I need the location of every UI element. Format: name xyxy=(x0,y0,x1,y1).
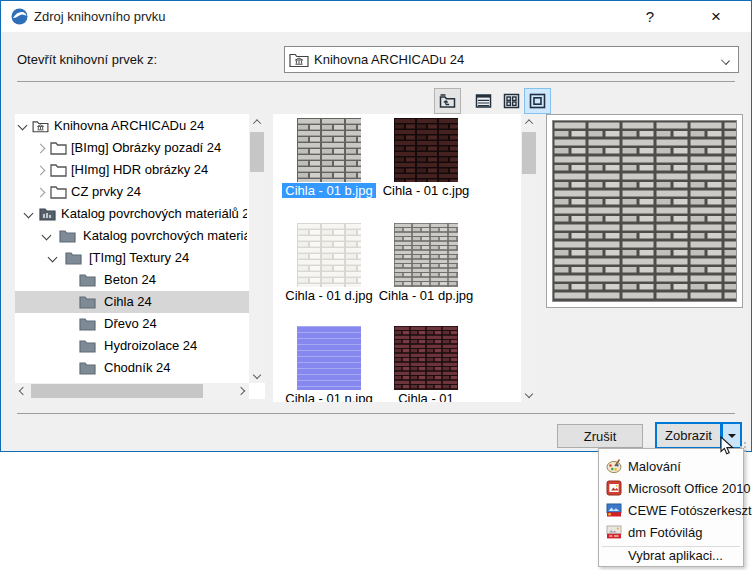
file-label[interactable]: Cihla - 01 c.jpg xyxy=(378,183,474,198)
separator xyxy=(17,413,735,414)
menu-item-label: Malování xyxy=(628,459,681,474)
folder-icon xyxy=(50,163,67,177)
list-vertical-scrollbar[interactable] xyxy=(521,114,537,402)
library-icon xyxy=(32,119,49,133)
scrollbar-thumb[interactable] xyxy=(31,384,203,398)
folder-icon xyxy=(79,295,96,309)
up-one-level-button[interactable] xyxy=(434,88,461,114)
folder-icon xyxy=(79,273,96,287)
paint-palette-icon xyxy=(606,458,622,474)
folder-icon xyxy=(50,185,67,199)
chevron-right-icon[interactable] xyxy=(36,188,46,198)
scroll-up-arrow[interactable] xyxy=(249,114,265,130)
folder-icon xyxy=(50,141,67,155)
tree-item-label: Knihovna ARCHICADu 24 xyxy=(54,115,247,137)
show-button[interactable]: Zobrazit xyxy=(655,422,722,449)
tree-item-label: CZ prvky 24 xyxy=(71,181,247,203)
tree-item[interactable]: Knihovna ARCHICADu 24 xyxy=(15,115,249,137)
list-view-button[interactable] xyxy=(471,89,496,113)
texture-thumbnail[interactable] xyxy=(297,118,361,182)
dialog-title: Zdroj knihovního prvku xyxy=(34,1,166,32)
scroll-up-arrow[interactable] xyxy=(521,114,537,130)
title-bar: Zdroj knihovního prvku ? × xyxy=(1,1,751,32)
texture-thumbnail[interactable] xyxy=(297,223,361,287)
menu-item-label: Microsoft Office 2010 xyxy=(628,481,751,496)
tree-item-selected[interactable]: Cihla 24 xyxy=(15,291,249,313)
texture-preview xyxy=(546,114,743,308)
tree-vertical-scrollbar[interactable] xyxy=(249,114,265,383)
scroll-left-arrow[interactable] xyxy=(15,383,31,399)
help-button[interactable]: ? xyxy=(634,1,666,32)
screen: Zdroj knihovního prvku ? × Otevřít kniho… xyxy=(0,0,752,570)
tree-item-label: Cihla 24 xyxy=(104,291,247,313)
tree-item[interactable]: CZ prvky 24 xyxy=(15,181,249,203)
tree-item[interactable]: Dřevo 24 xyxy=(15,313,249,335)
texture-thumbnail[interactable] xyxy=(297,326,361,390)
menu-item[interactable]: CEWE Fotószerkeszto xyxy=(599,499,743,521)
tree-item[interactable]: [TImg] Textury 24 xyxy=(15,247,249,269)
chevron-down-icon[interactable] xyxy=(24,209,34,219)
tree-horizontal-scrollbar[interactable] xyxy=(15,383,249,399)
menu-item[interactable]: Microsoft Office 2010 xyxy=(599,477,743,499)
chevron-down-icon xyxy=(721,56,730,65)
tree-item-label: Katalog povrchových materiálů 24.l xyxy=(61,203,247,225)
menu-item-label: Vybrat aplikaci... xyxy=(628,548,723,563)
folder-icon xyxy=(79,317,96,331)
separator xyxy=(17,81,735,82)
close-button[interactable]: × xyxy=(700,1,732,32)
tree-item[interactable]: Katalog povrchových materiálů 24.l xyxy=(15,203,249,225)
preview-view-button[interactable] xyxy=(524,88,551,114)
small-icons-view-button[interactable] xyxy=(499,89,524,113)
file-label[interactable]: Cihla - 01 dp.jpg xyxy=(378,288,474,303)
tree-item[interactable]: [BImg] Obrázky pozadí 24 xyxy=(15,137,249,159)
texture-thumbnail[interactable] xyxy=(394,223,458,287)
menu-item[interactable]: dm Fotóvilág xyxy=(599,521,743,543)
chevron-right-icon[interactable] xyxy=(36,144,46,154)
file-label-selected[interactable]: Cihla - 01 b.jpg xyxy=(281,183,377,198)
cewe-photo-icon xyxy=(606,502,622,518)
cancel-button[interactable]: Zrušit xyxy=(557,424,643,448)
dm-photo-icon xyxy=(606,524,622,540)
scroll-right-arrow[interactable] xyxy=(233,383,249,399)
file-label[interactable]: Cihla - 01 n.jpg xyxy=(281,391,377,402)
folder-icon xyxy=(79,361,96,375)
library-icon xyxy=(289,51,309,68)
file-label[interactable]: Cihla - 01 p.jpg xyxy=(378,391,474,402)
folder-tree: Knihovna ARCHICADu 24 [BImg] Obrázky poz… xyxy=(15,114,265,399)
library-source-dialog: Zdroj knihovního prvku ? × Otevřít kniho… xyxy=(0,0,752,452)
scroll-down-arrow[interactable] xyxy=(521,386,537,402)
scrollbar-thumb[interactable] xyxy=(522,132,536,174)
chevron-down-icon[interactable] xyxy=(48,253,58,263)
tree-item-label: Katalog povrchových materiálů 24 xyxy=(83,225,247,247)
scroll-down-arrow[interactable] xyxy=(249,367,265,383)
chevron-right-icon[interactable] xyxy=(36,166,46,176)
folder-icon xyxy=(65,251,82,265)
tree-item[interactable]: Chodník 24 xyxy=(15,357,249,379)
menu-item-label: dm Fotóvilág xyxy=(628,525,702,540)
scrollbar-thumb[interactable] xyxy=(250,132,264,172)
tree-item-label: [HImg] HDR obrázky 24 xyxy=(71,159,247,181)
tree-item-label: Chodník 24 xyxy=(104,357,247,379)
tree-item[interactable]: Hydroizolace 24 xyxy=(15,335,249,357)
mouse-cursor xyxy=(719,436,735,460)
tree-item[interactable]: Beton 24 xyxy=(15,269,249,291)
folder-icon xyxy=(79,339,96,353)
tree-item-label: [BImg] Obrázky pozadí 24 xyxy=(71,137,247,159)
tree-item[interactable]: [HImg] HDR obrázky 24 xyxy=(15,159,249,181)
archicad-logo-icon xyxy=(11,8,28,29)
folder-icon xyxy=(59,229,76,243)
open-with-menu: Malování Microsoft Office 2010 xyxy=(598,448,744,567)
chevron-down-icon[interactable] xyxy=(18,121,28,131)
tree-item-label: Hydroizolace 24 xyxy=(104,335,247,357)
tree-item-label: Beton 24 xyxy=(104,269,247,291)
texture-thumbnail[interactable] xyxy=(394,118,458,182)
texture-thumbnail[interactable] xyxy=(394,326,458,390)
chevron-down-icon[interactable] xyxy=(42,231,52,241)
file-label[interactable]: Cihla - 01 d.jpg xyxy=(281,288,377,303)
tree-item[interactable]: Katalog povrchových materiálů 24 xyxy=(15,225,249,247)
combobox-value: Knihovna ARCHICADu 24 xyxy=(314,52,464,67)
library-source-combobox[interactable]: Knihovna ARCHICADu 24 xyxy=(284,46,739,73)
texture-file-list: Cihla - 01 b.jpg Cihla - 01 c.jpg Cihla … xyxy=(273,114,537,402)
tree-item-label: Dřevo 24 xyxy=(104,313,247,335)
menu-item-choose-app[interactable]: Vybrat aplikaci... xyxy=(599,544,743,566)
